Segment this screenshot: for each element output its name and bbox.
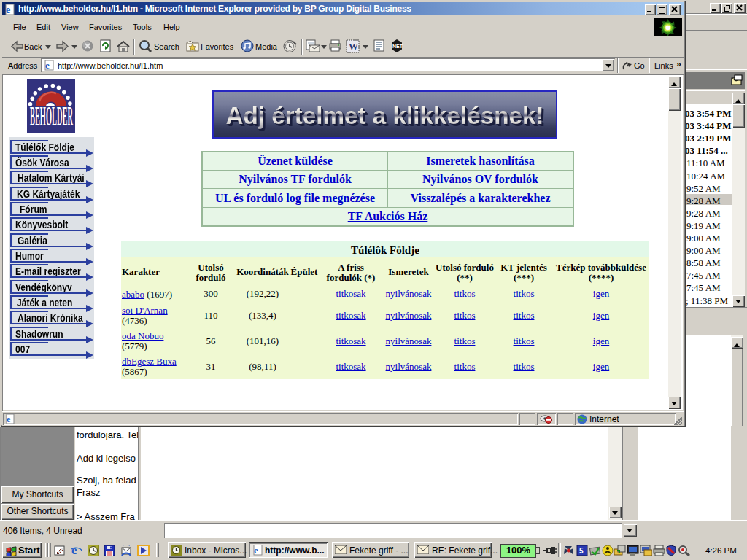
svg-text:NET: NET: [392, 44, 403, 49]
svg-text:W: W: [349, 41, 358, 52]
svg-text:e: e: [71, 544, 77, 556]
svg-text:e: e: [254, 545, 258, 556]
svg-text:BEHOLDER: BEHOLDER: [30, 101, 73, 131]
svg-text:e: e: [45, 60, 50, 71]
svg-text:e: e: [6, 4, 10, 15]
svg-text:5: 5: [579, 547, 584, 555]
svg-text:e: e: [7, 414, 11, 424]
